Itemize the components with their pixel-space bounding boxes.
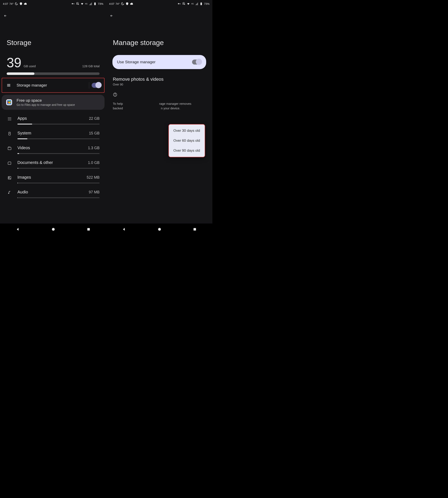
free-up-sub: Go to Files app to manage and free up sp… [16, 103, 75, 106]
files-app-icon [5, 99, 13, 106]
net-label: 4G [191, 3, 194, 5]
category-name: Apps [17, 116, 27, 121]
dropdown-option-30[interactable]: Over 30 days old [169, 126, 205, 136]
svg-point-9 [8, 117, 9, 118]
storage-manager-label: Storage manager [12, 83, 86, 88]
svg-point-24 [178, 3, 179, 4]
category-bar [17, 168, 99, 169]
storage-list-icon [6, 83, 12, 87]
category-bar [17, 197, 99, 198]
category-size: 15 GB [89, 131, 99, 135]
image-icon [7, 175, 13, 180]
vpn-key-icon [177, 2, 181, 5]
net-label: 4G [85, 3, 88, 5]
svg-rect-1 [73, 3, 74, 4]
svg-point-13 [9, 118, 10, 119]
back-arrow-icon[interactable] [3, 13, 8, 18]
back-arrow-icon[interactable] [109, 13, 114, 18]
remove-photos-sub: Over 90 [106, 82, 212, 86]
category-bar [17, 124, 99, 125]
category-row-video[interactable]: Videos1.3 GB [7, 143, 99, 158]
svg-rect-3 [94, 3, 96, 5]
nav-recent-icon[interactable] [193, 227, 197, 232]
svg-rect-6 [7, 85, 10, 86]
info-text: To help rage manager removes backed n yo… [106, 98, 212, 111]
svg-point-14 [10, 118, 11, 119]
status-temp: 74° [9, 2, 14, 5]
category-size: 22 GB [89, 116, 99, 121]
storage-manager-toggle[interactable] [92, 83, 101, 88]
category-name: System [17, 131, 31, 135]
moon-icon [121, 2, 124, 5]
use-storage-manager-row[interactable]: Use Storage manager [112, 55, 206, 69]
signal-icon [195, 2, 198, 5]
category-row-audio[interactable]: Audio97 MB [7, 188, 99, 202]
nav-back-icon[interactable] [122, 227, 126, 232]
nav-bar [106, 223, 212, 236]
svg-rect-26 [180, 3, 180, 4]
cloud-icon [24, 2, 27, 5]
svg-rect-28 [201, 2, 202, 3]
used-label: GB used [24, 64, 36, 68]
moon-icon [15, 2, 18, 5]
svg-point-32 [158, 228, 161, 231]
page-title: Storage [0, 24, 106, 55]
signal-icon [89, 2, 92, 5]
category-size: 522 MB [87, 175, 99, 180]
svg-point-17 [10, 120, 11, 120]
apps-icon [7, 116, 13, 121]
category-row-image[interactable]: Images522 MB [7, 173, 99, 188]
page-title: Manage storage [106, 24, 212, 55]
doc-icon [7, 160, 13, 165]
free-up-title: Free up space [16, 98, 75, 103]
free-up-space-card[interactable]: Free up space Go to Files app to manage … [2, 95, 105, 110]
svg-rect-25 [179, 3, 181, 4]
svg-rect-7 [7, 86, 10, 86]
svg-rect-19 [8, 147, 11, 150]
battery-pct: 73% [204, 2, 209, 5]
svg-rect-33 [193, 228, 196, 231]
nav-home-icon[interactable] [158, 227, 161, 232]
category-size: 1.3 GB [88, 146, 99, 150]
nav-recent-icon[interactable] [87, 227, 90, 232]
storage-manager-row[interactable]: Storage manager [2, 78, 105, 93]
row-divider [89, 82, 89, 89]
video-icon [7, 146, 13, 150]
battery-icon [200, 2, 203, 5]
category-name: Images [17, 175, 31, 180]
svg-point-10 [9, 117, 10, 118]
category-name: Videos [17, 146, 30, 150]
shield-icon [126, 2, 129, 5]
system-icon [7, 131, 13, 136]
category-bar [17, 153, 99, 154]
cloud-icon [130, 2, 133, 5]
svg-point-0 [72, 3, 73, 4]
vpn-key-icon [71, 2, 75, 5]
category-row-apps[interactable]: Apps22 GB [7, 114, 99, 129]
mute-icon [182, 2, 185, 5]
category-row-system[interactable]: System15 GB [7, 129, 99, 143]
category-name: Audio [17, 190, 28, 194]
remove-photos-title[interactable]: Remove photos & videos [106, 69, 212, 82]
status-bar: 4:07 74° 4G 73% [106, 0, 212, 7]
svg-point-12 [8, 118, 9, 119]
svg-rect-23 [87, 228, 90, 231]
svg-point-16 [9, 120, 10, 120]
svg-point-31 [115, 94, 115, 94]
nav-home-icon[interactable] [51, 227, 55, 232]
category-bar [17, 138, 99, 139]
nav-back-icon[interactable] [16, 227, 20, 232]
wifi-icon [187, 2, 190, 5]
svg-point-15 [8, 120, 9, 120]
category-row-doc[interactable]: Documents & other1.0 GB [7, 158, 99, 173]
dropdown-option-90[interactable]: Over 90 days old [169, 146, 205, 156]
status-temp: 74° [115, 2, 120, 5]
shield-icon [19, 2, 23, 5]
use-storage-manager-toggle[interactable] [192, 60, 202, 65]
dropdown-option-60[interactable]: Over 60 days old [169, 136, 205, 146]
svg-rect-2 [74, 3, 74, 4]
svg-point-11 [10, 117, 11, 118]
age-dropdown: Over 30 days old Over 60 days old Over 9… [168, 124, 205, 157]
total-label: 128 GB total [82, 64, 99, 68]
svg-rect-27 [201, 3, 202, 5]
